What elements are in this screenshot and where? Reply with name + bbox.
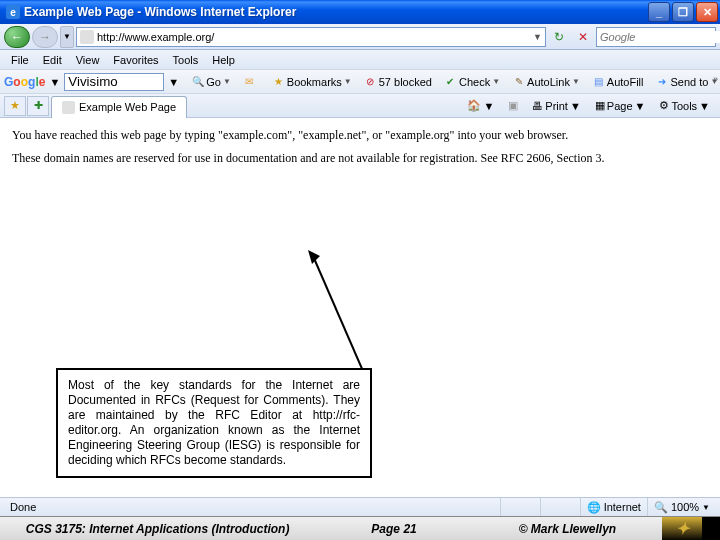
security-zone[interactable]: 🌐Internet	[580, 498, 647, 516]
close-button[interactable]: ✕	[696, 2, 718, 22]
search-box[interactable]: 🔍	[596, 27, 716, 47]
menu-favorites[interactable]: Favorites	[106, 52, 165, 68]
star-icon: ★	[272, 75, 285, 88]
autofill-button[interactable]: ▤AutoFill	[588, 73, 648, 90]
page-icon: ▦	[595, 99, 605, 112]
google-search-dropdown[interactable]: ▼	[168, 76, 179, 88]
home-button[interactable]: 🏠▼	[461, 96, 500, 115]
address-bar-row: ← → ▼ ▼ ↻ ✕ 🔍	[0, 24, 720, 50]
window-title: Example Web Page - Windows Internet Expl…	[24, 5, 648, 19]
tools-button[interactable]: ⚙Tools▼	[653, 96, 716, 115]
footer-course: CGS 3175: Internet Applications (Introdu…	[0, 522, 315, 536]
nav-history-dropdown[interactable]: ▼	[60, 26, 74, 48]
status-empty1	[500, 498, 540, 516]
search-input[interactable]	[600, 31, 720, 43]
autofill-icon: ▤	[592, 75, 605, 88]
forward-button[interactable]: →	[32, 26, 58, 48]
add-favorite-button[interactable]: ✚	[27, 96, 49, 116]
page-favicon-icon	[80, 30, 94, 44]
url-input[interactable]	[97, 31, 530, 43]
page-text-line1: You have reached this web page by typing…	[12, 128, 708, 143]
check-button[interactable]: ✔Check▼	[440, 73, 504, 90]
ucf-logo: ✦	[662, 517, 702, 541]
footer-author: © Mark Llewellyn	[473, 522, 662, 536]
print-button[interactable]: 🖶Print▼	[526, 96, 587, 115]
tab-label: Example Web Page	[79, 101, 176, 113]
sendto-button[interactable]: ➜Send to▼	[652, 73, 721, 90]
menu-file[interactable]: File	[4, 52, 36, 68]
window-titlebar: e Example Web Page - Windows Internet Ex…	[0, 0, 720, 24]
svg-marker-1	[308, 250, 320, 264]
menu-help[interactable]: Help	[205, 52, 242, 68]
google-toolbar: Google ▼ ▼ 🔍Go▼ ✉ ★Bookmarks▼ ⊘57 blocke…	[0, 70, 720, 94]
go-icon: 🔍	[191, 75, 204, 88]
check-icon: ✔	[444, 75, 457, 88]
google-search-input[interactable]	[64, 73, 164, 91]
zoom-icon: 🔍	[654, 501, 668, 514]
send-icon: ➜	[656, 75, 669, 88]
url-dropdown-icon[interactable]: ▼	[533, 32, 542, 42]
blocked-icon: ⊘	[364, 75, 377, 88]
menu-edit[interactable]: Edit	[36, 52, 69, 68]
minimize-button[interactable]: _	[648, 2, 670, 22]
page-button[interactable]: ▦Page▼	[589, 96, 652, 115]
new-button[interactable]: ✉	[239, 73, 260, 90]
status-empty2	[540, 498, 580, 516]
tab-row: ★ ✚ Example Web Page 🏠▼ ▣ 🖶Print▼ ▦Page▼…	[0, 94, 720, 118]
maximize-button[interactable]: ❐	[672, 2, 694, 22]
status-text: Done	[4, 498, 500, 516]
new-icon: ✉	[243, 75, 256, 88]
back-button[interactable]: ←	[4, 26, 30, 48]
toolbar-overflow[interactable]: »	[713, 74, 718, 84]
autolink-button[interactable]: ✎AutoLink▼	[508, 73, 584, 90]
footer-endcap	[702, 517, 720, 541]
refresh-button[interactable]: ↻	[548, 27, 570, 47]
page-text-line2: These domain names are reserved for use …	[12, 151, 708, 166]
bookmarks-button[interactable]: ★Bookmarks▼	[268, 73, 356, 90]
autolink-icon: ✎	[512, 75, 525, 88]
globe-icon: 🌐	[587, 501, 601, 514]
status-bar: Done 🌐Internet 🔍100%▼	[0, 497, 720, 516]
callout-text: Most of the key standards for the Intern…	[68, 378, 360, 467]
google-menu-dropdown[interactable]: ▼	[49, 76, 60, 88]
menu-view[interactable]: View	[69, 52, 107, 68]
zoom-control[interactable]: 🔍100%▼	[647, 498, 716, 516]
ie-icon: e	[6, 5, 20, 19]
home-icon: 🏠	[467, 99, 481, 112]
menu-tools[interactable]: Tools	[166, 52, 206, 68]
footer-page: Page 21	[315, 522, 473, 536]
svg-line-0	[313, 256, 366, 378]
tab-active[interactable]: Example Web Page	[51, 96, 187, 118]
feeds-button[interactable]: ▣	[502, 96, 524, 115]
callout-box: Most of the key standards for the Intern…	[56, 368, 372, 478]
rss-icon: ▣	[508, 99, 518, 112]
stop-button[interactable]: ✕	[572, 27, 594, 47]
google-logo: Google	[4, 75, 45, 89]
slide-footer: CGS 3175: Internet Applications (Introdu…	[0, 516, 720, 540]
menu-bar: File Edit View Favorites Tools Help	[0, 50, 720, 70]
print-icon: 🖶	[532, 100, 543, 112]
gear-icon: ⚙	[659, 99, 669, 112]
address-bar[interactable]: ▼	[76, 27, 546, 47]
callout-arrow	[308, 250, 398, 378]
go-button[interactable]: 🔍Go▼	[187, 73, 235, 90]
favorites-center-button[interactable]: ★	[4, 96, 26, 116]
page-content: You have reached this web page by typing…	[0, 118, 720, 538]
tab-favicon-icon	[62, 101, 75, 114]
popup-blocked-button[interactable]: ⊘57 blocked	[360, 73, 436, 90]
